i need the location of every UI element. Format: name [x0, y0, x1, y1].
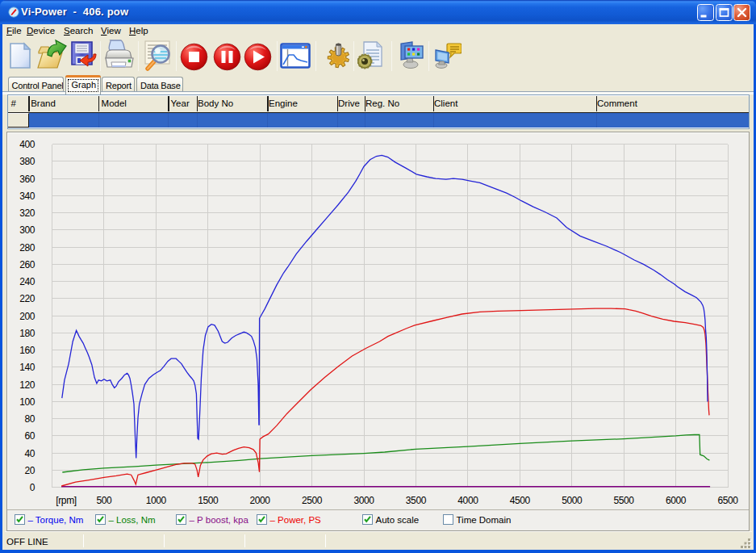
- svg-text:400: 400: [19, 139, 36, 150]
- svg-text:4000: 4000: [457, 495, 478, 506]
- svg-text:160: 160: [19, 345, 36, 356]
- svg-text:380: 380: [19, 156, 36, 167]
- svg-text:60: 60: [24, 430, 35, 442]
- svg-text:120: 120: [19, 379, 36, 391]
- svg-text:40: 40: [24, 448, 35, 459]
- svg-text:140: 140: [19, 362, 36, 373]
- svg-text:5500: 5500: [614, 495, 635, 506]
- svg-text:360: 360: [19, 174, 36, 185]
- svg-text:240: 240: [19, 276, 36, 287]
- svg-text:6500: 6500: [717, 495, 738, 506]
- svg-text:1000: 1000: [146, 495, 167, 506]
- svg-text:180: 180: [19, 328, 36, 339]
- svg-text:260: 260: [19, 259, 36, 270]
- svg-text:20: 20: [24, 465, 35, 476]
- svg-text:340: 340: [19, 191, 36, 202]
- svg-text:2000: 2000: [250, 495, 271, 506]
- svg-text:100: 100: [19, 396, 36, 408]
- svg-text:4500: 4500: [510, 495, 531, 506]
- svg-text:320: 320: [19, 207, 36, 219]
- svg-text:500: 500: [96, 495, 112, 506]
- svg-text:300: 300: [19, 224, 36, 236]
- svg-text:1500: 1500: [198, 495, 219, 506]
- svg-text:80: 80: [24, 413, 35, 425]
- svg-text:220: 220: [19, 293, 36, 304]
- svg-text:3500: 3500: [406, 495, 427, 506]
- svg-text:2500: 2500: [302, 495, 323, 506]
- svg-text:0: 0: [30, 482, 36, 493]
- svg-text:280: 280: [19, 242, 36, 253]
- svg-text:6000: 6000: [666, 495, 687, 506]
- svg-text:3000: 3000: [353, 495, 374, 506]
- svg-text:5000: 5000: [562, 495, 583, 506]
- svg-text:[rpm]: [rpm]: [56, 495, 76, 506]
- svg-text:200: 200: [19, 311, 36, 322]
